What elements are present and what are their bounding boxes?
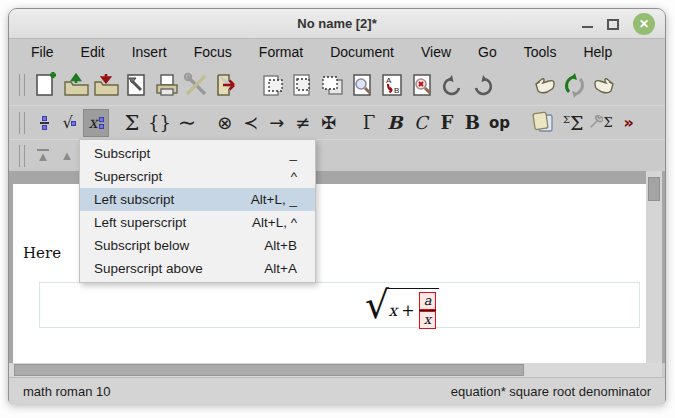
menu-file[interactable]: File bbox=[31, 44, 54, 60]
wrench-screwdriver-icon bbox=[183, 72, 210, 99]
big-operator-button[interactable]: ΣΣ bbox=[560, 109, 587, 137]
menu-item-left-superscript[interactable]: Left superscript Alt+L, ^ bbox=[80, 211, 315, 234]
print-button[interactable] bbox=[151, 70, 181, 100]
calligraphic-button[interactable]: C bbox=[408, 109, 434, 137]
script-button[interactable]: x bbox=[83, 109, 109, 137]
svg-text:B: B bbox=[394, 86, 399, 95]
vertical-scrollbar-thumb[interactable] bbox=[648, 177, 660, 201]
quit-button[interactable] bbox=[211, 70, 241, 100]
horizontal-scrollbar-thumb[interactable] bbox=[14, 364, 524, 376]
menu-help[interactable]: Help bbox=[583, 44, 612, 60]
maltese-cross-button[interactable]: ✠ bbox=[316, 109, 342, 137]
hammer-button[interactable] bbox=[121, 70, 151, 100]
math-preferences-button[interactable]: Σ bbox=[586, 109, 615, 137]
back-button[interactable] bbox=[529, 70, 559, 100]
equation-block[interactable]: √ x + a x bbox=[39, 282, 640, 328]
sqrt-button[interactable]: √ bbox=[57, 109, 83, 137]
menu-insert[interactable]: Insert bbox=[132, 44, 167, 60]
minimize-button[interactable] bbox=[582, 20, 593, 28]
replace-icon: A B bbox=[379, 72, 406, 99]
new-document-button[interactable] bbox=[31, 70, 61, 100]
bold-button[interactable]: B bbox=[382, 109, 408, 137]
menubar: File Edit Insert Focus Format Document V… bbox=[9, 39, 665, 65]
cut-button[interactable] bbox=[257, 70, 287, 100]
menu-item-left-subscript[interactable]: Left subscript Alt+L, _ bbox=[80, 188, 315, 211]
preferences-button[interactable] bbox=[181, 70, 211, 100]
sqrt-icon: √ bbox=[62, 113, 77, 132]
open-button[interactable] bbox=[61, 70, 91, 100]
paragraph-text: Here bbox=[23, 244, 61, 262]
vertical-scrollbar[interactable] bbox=[646, 171, 662, 363]
hand-back-icon bbox=[531, 72, 558, 99]
script-dropdown-menu: Subscript _ Superscript ^ Left subscript… bbox=[79, 139, 316, 283]
chevron-up-icon: ▲ bbox=[61, 148, 74, 163]
menu-focus[interactable]: Focus bbox=[194, 44, 232, 60]
wide-accent-button[interactable]: ∼ bbox=[174, 109, 200, 137]
jump-top-icon: ▲ bbox=[37, 149, 50, 162]
menu-go[interactable]: Go bbox=[478, 44, 497, 60]
braces-button[interactable]: {} bbox=[145, 109, 174, 137]
wrench-sigma-icon: Σ bbox=[589, 115, 612, 130]
reload-button[interactable] bbox=[559, 70, 589, 100]
toolbar-overflow-button[interactable]: » bbox=[616, 109, 642, 137]
equation[interactable]: √ x + a x bbox=[365, 285, 439, 329]
menu-item-superscript-above[interactable]: Superscript above Alt+A bbox=[80, 257, 315, 280]
fraction-button[interactable] bbox=[31, 109, 57, 137]
search-button[interactable] bbox=[347, 70, 377, 100]
greek-button[interactable]: Γ bbox=[356, 109, 382, 137]
menu-format[interactable]: Format bbox=[259, 44, 303, 60]
close-button[interactable]: ✕ bbox=[633, 13, 655, 35]
spellcheck-icon bbox=[409, 72, 436, 99]
menu-tools[interactable]: Tools bbox=[524, 44, 557, 60]
open-icon bbox=[63, 72, 90, 99]
spellcheck-button[interactable] bbox=[407, 70, 437, 100]
save-button[interactable] bbox=[91, 70, 121, 100]
titlebar[interactable]: No name [2]* ✕ bbox=[9, 9, 665, 39]
jump-top-button[interactable]: ▲ bbox=[31, 144, 55, 168]
window-title: No name [2]* bbox=[297, 16, 376, 31]
toolbar-grip[interactable] bbox=[19, 145, 25, 167]
otimes-button[interactable]: ⊗ bbox=[212, 109, 238, 137]
menu-item-subscript-below[interactable]: Subscript below Alt+B bbox=[80, 234, 315, 257]
cards-button[interactable] bbox=[527, 109, 560, 137]
sum-button[interactable]: Σ bbox=[119, 109, 145, 137]
menu-edit[interactable]: Edit bbox=[81, 44, 105, 60]
redo-button[interactable] bbox=[467, 70, 497, 100]
save-icon bbox=[93, 72, 120, 99]
window-controls: ✕ bbox=[582, 9, 655, 39]
blackboard-button[interactable]: B bbox=[460, 109, 486, 137]
hand-forward-icon bbox=[591, 72, 618, 99]
fraction-numerator[interactable]: a bbox=[419, 292, 437, 310]
toolbar-grip[interactable] bbox=[19, 74, 25, 96]
fraktur-button[interactable]: F bbox=[434, 109, 460, 137]
forward-button[interactable] bbox=[589, 70, 619, 100]
fraction-icon bbox=[40, 116, 49, 130]
neq-button[interactable]: ≠ bbox=[290, 109, 316, 137]
up-button[interactable]: ▲ bbox=[55, 144, 79, 168]
printer-icon bbox=[153, 72, 180, 99]
status-right: equation* square root denominator bbox=[451, 384, 651, 399]
maximize-button[interactable] bbox=[607, 19, 619, 30]
menu-view[interactable]: View bbox=[421, 44, 451, 60]
menu-item-superscript[interactable]: Superscript ^ bbox=[80, 165, 315, 188]
prec-button[interactable]: ≺ bbox=[238, 109, 264, 137]
focused-fraction[interactable]: a x bbox=[419, 292, 437, 329]
arrow-button[interactable]: → bbox=[264, 109, 290, 137]
svg-text:A: A bbox=[386, 76, 392, 85]
menu-document[interactable]: Document bbox=[330, 44, 394, 60]
close-icon: ✕ bbox=[639, 17, 649, 31]
main-toolbar: A B bbox=[9, 65, 665, 105]
toolbar-grip[interactable] bbox=[19, 112, 25, 134]
fraction-denominator[interactable]: x bbox=[419, 311, 436, 329]
texmacs-window: No name [2]* ✕ File Edit Insert Focus Fo… bbox=[8, 8, 666, 404]
paste-button[interactable] bbox=[317, 70, 347, 100]
radicand: x + a x bbox=[386, 288, 439, 329]
paste-icon bbox=[319, 72, 346, 99]
replace-button[interactable]: A B bbox=[377, 70, 407, 100]
horizontal-scrollbar[interactable] bbox=[9, 363, 662, 377]
copy-button[interactable] bbox=[287, 70, 317, 100]
new-document-icon bbox=[33, 72, 60, 99]
menu-item-subscript[interactable]: Subscript _ bbox=[80, 142, 315, 165]
operator-button[interactable]: op bbox=[486, 109, 513, 137]
undo-button[interactable] bbox=[437, 70, 467, 100]
